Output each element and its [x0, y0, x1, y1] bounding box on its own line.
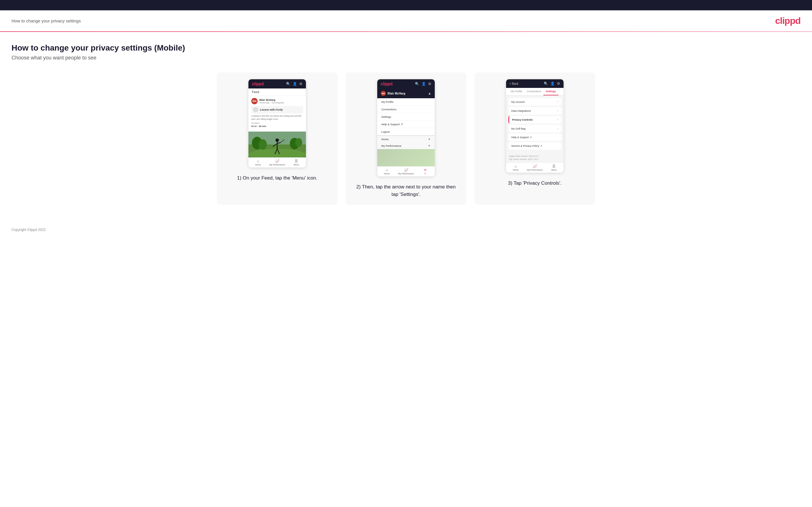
- logo: clippd: [775, 15, 801, 26]
- nav3-home: ⌂ Home: [506, 163, 525, 173]
- settings-golf-bag: My Golf Bag ›: [508, 125, 561, 132]
- home-icon-2: ⌂: [386, 168, 388, 172]
- phone-2-mockup: clippd 🔍 👤 ⚙ BM Blair M: [377, 79, 435, 176]
- duration-value: 01 hr : 30 min: [251, 125, 303, 127]
- back-button: < Back: [509, 82, 518, 85]
- back-header: < Back 🔍 👤 ⚙: [506, 79, 564, 88]
- app-1-header: clippd 🔍 👤 ⚙: [248, 79, 306, 89]
- step-1-caption: 1) On your Feed, tap the 'Menu' icon.: [237, 174, 317, 182]
- section-performance: My Performance ▼: [377, 143, 435, 149]
- svg-point-7: [275, 138, 279, 142]
- menu-icon: ☰: [295, 159, 298, 163]
- settings-list: My Account › Data Integrations › Privacy…: [506, 96, 564, 153]
- nav-performance: 📈 My Performance: [268, 158, 287, 167]
- menu-icon-3: ☰: [552, 164, 556, 168]
- top-bar: [0, 0, 812, 10]
- menu-logout: Logout: [377, 128, 435, 136]
- main-content: How to change your privacy settings (Mob…: [0, 32, 812, 222]
- nav-home: ⌂ Home: [248, 158, 268, 167]
- app-2-header: clippd 🔍 👤 ⚙: [377, 79, 435, 89]
- settings-my-account: My Account ›: [508, 98, 561, 106]
- section-home: Home ▼: [377, 136, 435, 143]
- menu-my-profile: My Profile: [377, 98, 435, 106]
- chevron-right-icon: ›: [558, 100, 558, 103]
- svg-point-6: [295, 138, 302, 147]
- nav-menu: ☰ Menu: [287, 158, 306, 167]
- tab-my-profile: My Profile: [508, 88, 524, 95]
- chevron-down-icon-2: ▼: [428, 144, 431, 147]
- steps-container: clippd 🔍 👤 ⚙ Feed BM Blair: [11, 72, 801, 205]
- chart-icon-3: 📈: [533, 164, 537, 168]
- nav2-close: ✕ ✕: [415, 167, 435, 176]
- bottom-nav-1: ⌂ Home 📈 My Performance ☰ Menu: [248, 157, 306, 167]
- feed-tab: Feed: [248, 89, 306, 96]
- step-3-card: < Back 🔍 👤 ⚙ My Profile Connections: [474, 72, 595, 205]
- post-lesson: Lesson with Fordy: [251, 106, 303, 113]
- menu-help: Help & Support ↗: [377, 121, 435, 128]
- dropdown-user-info: BM Blair McHarg: [381, 91, 405, 96]
- svg-point-4: [259, 139, 267, 150]
- chevron-down-icon: ▼: [428, 137, 431, 141]
- post-user: BM Blair McHarg Yesterday · Sunningdale: [251, 98, 303, 104]
- header-title: How to change your privacy settings: [11, 18, 81, 23]
- header: How to change your privacy settings clip…: [0, 10, 812, 32]
- search-icon-3: 🔍: [544, 81, 548, 86]
- settings-tabs: My Profile Connections Settings: [506, 88, 564, 96]
- menu-settings: Settings: [377, 113, 435, 121]
- chevron-right-icon-2: ›: [558, 109, 558, 112]
- post-username: Blair McHarg: [259, 99, 284, 101]
- search-icon: 🔍: [286, 82, 291, 86]
- page-subtitle: Choose what you want people to see: [11, 55, 801, 61]
- dropdown-avatar: BM: [381, 91, 386, 96]
- app-2-icons: 🔍 👤 ⚙: [415, 82, 431, 86]
- lesson-title: Lesson with Fordy: [260, 108, 283, 111]
- home-icon: ⌂: [257, 159, 259, 163]
- duration-label: Duration: [251, 122, 303, 124]
- bottom-nav-2: ⌂ Home 📈 My Performance ✕ ✕: [377, 166, 435, 176]
- app-1-icons: 🔍 👤 ⚙: [286, 82, 303, 86]
- settings-privacy-controls: Privacy Controls ›: [508, 116, 561, 123]
- page-title: How to change your privacy settings (Mob…: [11, 43, 801, 53]
- search-icon-2: 🔍: [415, 82, 419, 86]
- settings-icon-2: ⚙: [428, 82, 431, 86]
- app-3-icons: 🔍 👤 ⚙: [544, 81, 560, 86]
- nav3-performance: 📈 My Performance: [525, 163, 545, 173]
- golf-image: [248, 131, 306, 157]
- phone-2-wrapper: clippd 🔍 👤 ⚙ BM Blair M: [377, 79, 435, 176]
- chevron-up-icon: ▲: [428, 91, 431, 95]
- menu-connections: Connections: [377, 106, 435, 113]
- tab-connections: Connections: [524, 88, 544, 95]
- app-1-logo: clippd: [252, 81, 264, 86]
- home-icon-3: ⌂: [515, 164, 517, 168]
- bg-peek: [377, 149, 435, 166]
- lesson-icon: [253, 107, 258, 112]
- chevron-right-icon-4: ›: [558, 127, 558, 130]
- dropdown-user-row: BM Blair McHarg ▲: [377, 89, 435, 98]
- dropdown-username: Blair McHarg: [388, 92, 405, 95]
- version-info: Clippd Client Version: 2022.8.3-3 SQL Se…: [506, 153, 564, 163]
- post-user-sub: Yesterday · Sunningdale: [259, 101, 284, 104]
- close-icon: ✕: [424, 168, 427, 172]
- tab-settings: Settings: [544, 88, 558, 95]
- avatar: BM: [251, 98, 258, 104]
- feed-post: BM Blair McHarg Yesterday · Sunningdale …: [248, 96, 306, 131]
- settings-data-integrations: Data Integrations ›: [508, 107, 561, 115]
- step-1-card: clippd 🔍 👤 ⚙ Feed BM Blair: [217, 72, 338, 205]
- user-icon: 👤: [293, 82, 297, 86]
- app-2-logo: clippd: [381, 81, 393, 86]
- footer: Copyright Clippd 2022: [0, 222, 812, 237]
- user-icon-2: 👤: [421, 82, 426, 86]
- dropdown-menu: BM Blair McHarg ▲ My Profile Connections: [377, 89, 435, 166]
- post-text: Looking to feel like my hands are exitin…: [251, 115, 303, 121]
- copyright-text: Copyright Clippd 2022: [11, 228, 46, 232]
- chevron-right-icon-3: ›: [558, 118, 558, 121]
- chart-icon-2: 📈: [404, 168, 408, 172]
- settings-icon: ⚙: [299, 82, 303, 86]
- bottom-nav-3: ⌂ Home 📈 My Performance ☰ Menu: [506, 163, 564, 173]
- nav3-menu: ☰ Menu: [544, 163, 564, 173]
- phone-1-mockup: clippd 🔍 👤 ⚙ Feed BM Blair: [248, 79, 306, 167]
- settings-service-privacy: Service & Privacy Policy ↗: [508, 142, 561, 150]
- chart-icon: 📈: [275, 159, 280, 163]
- step-2-caption: 2) Then, tap the arrow next to your name…: [353, 183, 459, 198]
- nav2-home: ⌂ Home: [377, 167, 397, 176]
